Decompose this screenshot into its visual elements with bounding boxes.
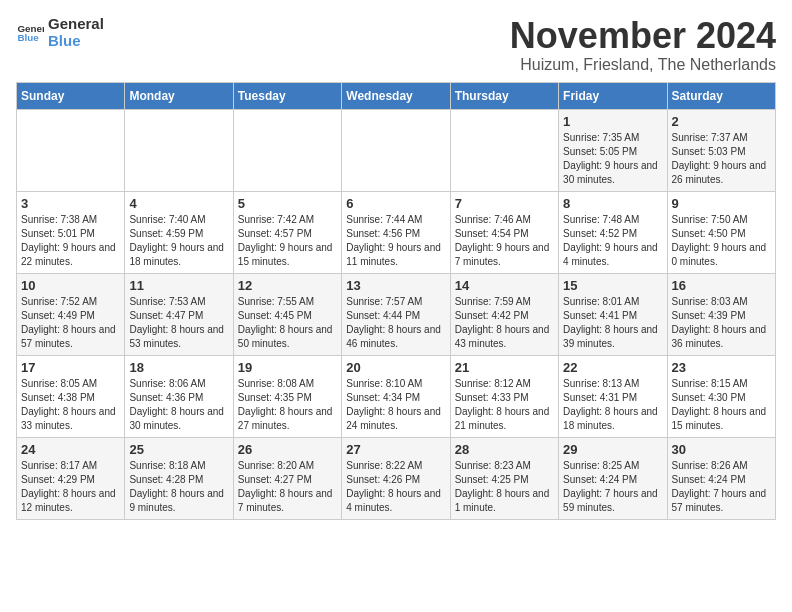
day-header-tuesday: Tuesday (233, 82, 341, 109)
day-number: 24 (21, 442, 120, 457)
month-title: November 2024 (510, 16, 776, 56)
calendar-cell: 23Sunrise: 8:15 AM Sunset: 4:30 PM Dayli… (667, 355, 775, 437)
day-number: 3 (21, 196, 120, 211)
day-info: Sunrise: 7:55 AM Sunset: 4:45 PM Dayligh… (238, 295, 337, 351)
calendar-cell: 1Sunrise: 7:35 AM Sunset: 5:05 PM Daylig… (559, 109, 667, 191)
day-info: Sunrise: 8:10 AM Sunset: 4:34 PM Dayligh… (346, 377, 445, 433)
calendar-cell: 6Sunrise: 7:44 AM Sunset: 4:56 PM Daylig… (342, 191, 450, 273)
day-number: 7 (455, 196, 554, 211)
calendar-cell: 12Sunrise: 7:55 AM Sunset: 4:45 PM Dayli… (233, 273, 341, 355)
calendar-cell: 22Sunrise: 8:13 AM Sunset: 4:31 PM Dayli… (559, 355, 667, 437)
day-number: 27 (346, 442, 445, 457)
day-number: 10 (21, 278, 120, 293)
calendar-cell (125, 109, 233, 191)
calendar-week-2: 3Sunrise: 7:38 AM Sunset: 5:01 PM Daylig… (17, 191, 776, 273)
day-info: Sunrise: 8:25 AM Sunset: 4:24 PM Dayligh… (563, 459, 662, 515)
header: General Blue General Blue November 2024 … (16, 16, 776, 74)
day-info: Sunrise: 7:50 AM Sunset: 4:50 PM Dayligh… (672, 213, 771, 269)
calendar-cell: 7Sunrise: 7:46 AM Sunset: 4:54 PM Daylig… (450, 191, 558, 273)
calendar-cell: 19Sunrise: 8:08 AM Sunset: 4:35 PM Dayli… (233, 355, 341, 437)
day-info: Sunrise: 8:03 AM Sunset: 4:39 PM Dayligh… (672, 295, 771, 351)
day-number: 4 (129, 196, 228, 211)
day-header-sunday: Sunday (17, 82, 125, 109)
logo: General Blue General Blue (16, 16, 104, 49)
calendar-cell: 14Sunrise: 7:59 AM Sunset: 4:42 PM Dayli… (450, 273, 558, 355)
day-info: Sunrise: 7:57 AM Sunset: 4:44 PM Dayligh… (346, 295, 445, 351)
day-info: Sunrise: 7:46 AM Sunset: 4:54 PM Dayligh… (455, 213, 554, 269)
day-info: Sunrise: 8:23 AM Sunset: 4:25 PM Dayligh… (455, 459, 554, 515)
day-number: 17 (21, 360, 120, 375)
calendar-cell: 13Sunrise: 7:57 AM Sunset: 4:44 PM Dayli… (342, 273, 450, 355)
day-number: 15 (563, 278, 662, 293)
calendar-cell: 4Sunrise: 7:40 AM Sunset: 4:59 PM Daylig… (125, 191, 233, 273)
calendar-cell: 15Sunrise: 8:01 AM Sunset: 4:41 PM Dayli… (559, 273, 667, 355)
day-number: 6 (346, 196, 445, 211)
day-info: Sunrise: 7:53 AM Sunset: 4:47 PM Dayligh… (129, 295, 228, 351)
day-info: Sunrise: 8:12 AM Sunset: 4:33 PM Dayligh… (455, 377, 554, 433)
day-header-wednesday: Wednesday (342, 82, 450, 109)
day-number: 12 (238, 278, 337, 293)
day-info: Sunrise: 8:08 AM Sunset: 4:35 PM Dayligh… (238, 377, 337, 433)
logo-general: General (48, 16, 104, 33)
day-info: Sunrise: 8:22 AM Sunset: 4:26 PM Dayligh… (346, 459, 445, 515)
calendar-week-1: 1Sunrise: 7:35 AM Sunset: 5:05 PM Daylig… (17, 109, 776, 191)
calendar-cell: 8Sunrise: 7:48 AM Sunset: 4:52 PM Daylig… (559, 191, 667, 273)
logo-blue: Blue (48, 33, 104, 50)
day-info: Sunrise: 7:59 AM Sunset: 4:42 PM Dayligh… (455, 295, 554, 351)
calendar-week-4: 17Sunrise: 8:05 AM Sunset: 4:38 PM Dayli… (17, 355, 776, 437)
calendar-cell (17, 109, 125, 191)
day-number: 19 (238, 360, 337, 375)
calendar-table: SundayMondayTuesdayWednesdayThursdayFrid… (16, 82, 776, 520)
day-info: Sunrise: 8:05 AM Sunset: 4:38 PM Dayligh… (21, 377, 120, 433)
day-info: Sunrise: 7:52 AM Sunset: 4:49 PM Dayligh… (21, 295, 120, 351)
calendar-cell: 9Sunrise: 7:50 AM Sunset: 4:50 PM Daylig… (667, 191, 775, 273)
day-number: 2 (672, 114, 771, 129)
svg-text:Blue: Blue (17, 32, 39, 43)
day-number: 26 (238, 442, 337, 457)
day-number: 18 (129, 360, 228, 375)
calendar-cell: 21Sunrise: 8:12 AM Sunset: 4:33 PM Dayli… (450, 355, 558, 437)
calendar-cell: 3Sunrise: 7:38 AM Sunset: 5:01 PM Daylig… (17, 191, 125, 273)
day-number: 20 (346, 360, 445, 375)
day-info: Sunrise: 7:37 AM Sunset: 5:03 PM Dayligh… (672, 131, 771, 187)
day-number: 23 (672, 360, 771, 375)
day-number: 13 (346, 278, 445, 293)
day-info: Sunrise: 8:06 AM Sunset: 4:36 PM Dayligh… (129, 377, 228, 433)
calendar-cell: 28Sunrise: 8:23 AM Sunset: 4:25 PM Dayli… (450, 437, 558, 519)
day-info: Sunrise: 8:26 AM Sunset: 4:24 PM Dayligh… (672, 459, 771, 515)
day-header-thursday: Thursday (450, 82, 558, 109)
calendar-cell: 10Sunrise: 7:52 AM Sunset: 4:49 PM Dayli… (17, 273, 125, 355)
day-number: 5 (238, 196, 337, 211)
calendar-cell: 16Sunrise: 8:03 AM Sunset: 4:39 PM Dayli… (667, 273, 775, 355)
logo-icon: General Blue (16, 19, 44, 47)
day-info: Sunrise: 8:20 AM Sunset: 4:27 PM Dayligh… (238, 459, 337, 515)
calendar-cell (450, 109, 558, 191)
calendar-cell: 11Sunrise: 7:53 AM Sunset: 4:47 PM Dayli… (125, 273, 233, 355)
calendar-cell: 27Sunrise: 8:22 AM Sunset: 4:26 PM Dayli… (342, 437, 450, 519)
day-number: 22 (563, 360, 662, 375)
day-info: Sunrise: 7:40 AM Sunset: 4:59 PM Dayligh… (129, 213, 228, 269)
calendar-cell (342, 109, 450, 191)
day-info: Sunrise: 8:18 AM Sunset: 4:28 PM Dayligh… (129, 459, 228, 515)
day-number: 28 (455, 442, 554, 457)
day-header-friday: Friday (559, 82, 667, 109)
calendar-cell: 2Sunrise: 7:37 AM Sunset: 5:03 PM Daylig… (667, 109, 775, 191)
day-header-monday: Monday (125, 82, 233, 109)
day-number: 8 (563, 196, 662, 211)
calendar-cell: 18Sunrise: 8:06 AM Sunset: 4:36 PM Dayli… (125, 355, 233, 437)
title-area: November 2024 Huizum, Friesland, The Net… (510, 16, 776, 74)
day-number: 25 (129, 442, 228, 457)
day-number: 9 (672, 196, 771, 211)
day-info: Sunrise: 7:48 AM Sunset: 4:52 PM Dayligh… (563, 213, 662, 269)
calendar-cell: 17Sunrise: 8:05 AM Sunset: 4:38 PM Dayli… (17, 355, 125, 437)
day-info: Sunrise: 8:17 AM Sunset: 4:29 PM Dayligh… (21, 459, 120, 515)
calendar-cell: 20Sunrise: 8:10 AM Sunset: 4:34 PM Dayli… (342, 355, 450, 437)
day-info: Sunrise: 8:13 AM Sunset: 4:31 PM Dayligh… (563, 377, 662, 433)
day-info: Sunrise: 8:15 AM Sunset: 4:30 PM Dayligh… (672, 377, 771, 433)
day-number: 30 (672, 442, 771, 457)
day-info: Sunrise: 7:38 AM Sunset: 5:01 PM Dayligh… (21, 213, 120, 269)
day-number: 21 (455, 360, 554, 375)
day-number: 29 (563, 442, 662, 457)
day-info: Sunrise: 8:01 AM Sunset: 4:41 PM Dayligh… (563, 295, 662, 351)
calendar-cell: 25Sunrise: 8:18 AM Sunset: 4:28 PM Dayli… (125, 437, 233, 519)
